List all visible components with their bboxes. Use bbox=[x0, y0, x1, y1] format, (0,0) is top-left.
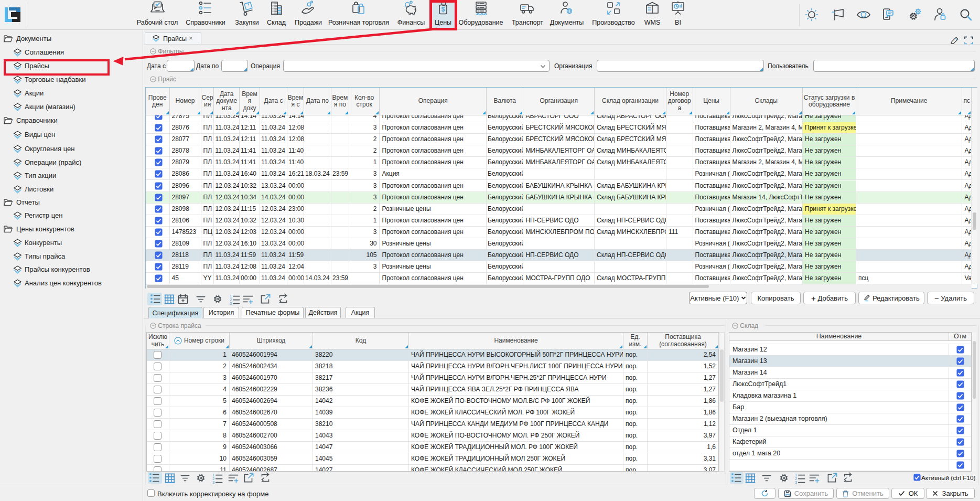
svg-text:3: 3 bbox=[212, 481, 214, 484]
svg-text:3: 3 bbox=[230, 302, 232, 305]
svg-text:1: 1 bbox=[212, 473, 214, 477]
svg-text:2: 2 bbox=[212, 477, 214, 481]
svg-text:2: 2 bbox=[795, 477, 797, 481]
svg-text:1: 1 bbox=[230, 294, 232, 298]
svg-text:1: 1 bbox=[795, 473, 797, 477]
svg-text:2: 2 bbox=[230, 298, 232, 302]
svg-text:3: 3 bbox=[795, 481, 797, 484]
